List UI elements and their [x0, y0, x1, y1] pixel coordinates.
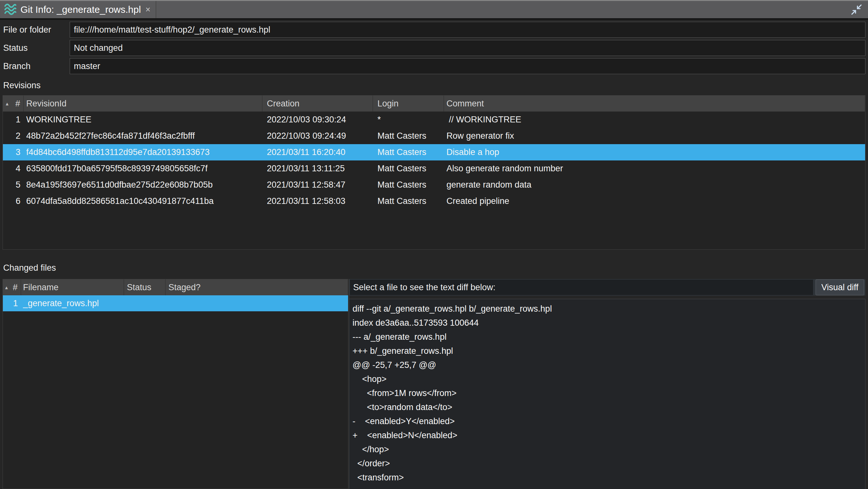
revision-login: Matt Casters [373, 193, 444, 209]
column-header-creation[interactable]: Creation [262, 96, 373, 112]
revision-number: 6 [3, 193, 24, 209]
diff-line: index de3a6aa..5173593 100644 [352, 316, 865, 330]
column-header-label: # [16, 99, 20, 109]
column-header-filename[interactable]: Filename [21, 279, 124, 295]
revision-creation: 2021/03/11 16:20:40 [262, 144, 373, 160]
collapse-arrows-icon [851, 4, 862, 16]
revisions-table: ▴ # RevisionId Creation Login Comment 1 … [3, 95, 865, 250]
column-header-label: # [13, 282, 18, 293]
revision-id: 635800fdd17b0a65795f58c8939749805658fc7f [24, 160, 262, 177]
form-row: Branch [3, 58, 865, 74]
diff-panel-toolbar: Select a file to see the text diff below… [349, 279, 865, 296]
revision-id: 8e4a195f3697e6511d0dfbae275d22e608b7b05b [24, 177, 262, 193]
diff-line: diff --git a/_generate_rows.hpl b/_gener… [352, 302, 865, 316]
sort-ascending-icon: ▴ [5, 284, 8, 291]
bottom-split: ▴ # Filename Status Staged? 1 _generate_… [3, 279, 865, 489]
diff-line: <transform> [352, 470, 865, 485]
diff-panel: Select a file to see the text diff below… [349, 279, 865, 489]
tab-git-info[interactable]: Git Info: _generate_rows.hpl × [1, 1, 156, 18]
diff-line: @@ -25,7 +25,7 @@ [352, 358, 865, 372]
tab-bar: Git Info: _generate_rows.hpl × [0, 0, 868, 20]
file-number: 1 [3, 295, 21, 311]
diff-line: <from>1M rows</from> [352, 386, 865, 400]
revision-number: 3 [3, 144, 24, 160]
diff-prompt-label: Select a file to see the text diff below… [350, 280, 813, 295]
revision-comment: Disable a hop [444, 144, 865, 160]
revision-id: 48b72a2b452f27fec86c4fa871df46f3ac2fbfff [24, 128, 262, 144]
changed-files-table: ▴ # Filename Status Staged? 1 _generate_… [3, 279, 348, 489]
revision-login: Matt Casters [373, 160, 444, 177]
revision-comment: Created pipeline [444, 193, 865, 209]
revisions-section-label: Revisions [3, 80, 865, 90]
file-status [124, 295, 165, 311]
revision-creation: 2021/03/11 12:58:03 [262, 193, 373, 209]
git-info-waves-icon [4, 3, 17, 16]
diff-line: <hop> [352, 372, 865, 386]
column-header-number[interactable]: ▴ # [3, 279, 21, 295]
field-label: Status [3, 43, 70, 53]
column-header-login[interactable]: Login [373, 96, 444, 112]
revision-number: 5 [3, 177, 24, 193]
column-header-number[interactable]: ▴ # [3, 96, 24, 112]
close-icon[interactable]: × [146, 5, 151, 14]
revision-login: Matt Casters [373, 177, 444, 193]
revision-creation: 2022/10/03 09:30:24 [262, 112, 373, 128]
field-label: File or folder [3, 25, 70, 35]
changed-files-table-header: ▴ # Filename Status Staged? [3, 279, 348, 295]
column-header-status[interactable]: Status [124, 279, 165, 295]
diff-line: </order> [352, 456, 865, 470]
revision-comment: // WORKINGTREE [444, 112, 865, 128]
revision-comment: Also generate random number [444, 160, 865, 177]
diff-line: --- a/_generate_rows.hpl [352, 330, 865, 344]
revision-number: 2 [3, 128, 24, 144]
revision-row[interactable]: 6 6074dfa5a8dd82586581ac10c430491877c411… [3, 193, 865, 209]
revision-creation: 2021/03/11 13:11:25 [262, 160, 373, 177]
form-fields: File or folder Status Branch [3, 22, 865, 77]
revision-id: 6074dfa5a8dd82586581ac10c430491877c411ba [24, 193, 262, 209]
revision-login: Matt Casters [373, 144, 444, 160]
revision-row[interactable]: 4 635800fdd17b0a65795f58c8939749805658fc… [3, 160, 865, 177]
revision-row[interactable]: 2 48b72a2b452f27fec86c4fa871df46f3ac2fbf… [3, 128, 865, 144]
revision-number: 1 [3, 112, 24, 128]
field-input[interactable] [70, 40, 865, 56]
visual-diff-button[interactable]: Visual diff [815, 279, 864, 295]
diff-line: + <enabled>N</enabled> [352, 428, 865, 442]
file-staged [165, 295, 348, 311]
revision-comment: generate random data [444, 177, 865, 193]
revision-creation: 2022/10/03 09:24:49 [262, 128, 373, 144]
git-info-panel: File or folder Status Branch Revisions ▴… [0, 20, 868, 489]
revision-id: WORKINGTREE [24, 112, 262, 128]
collapse-panel-button[interactable] [851, 4, 862, 16]
revision-row[interactable]: 5 8e4a195f3697e6511d0dfbae275d22e608b7b0… [3, 177, 865, 193]
form-row: File or folder [3, 22, 865, 38]
column-header-revisionid[interactable]: RevisionId [24, 96, 262, 112]
diff-line: </hop> [352, 442, 865, 456]
diff-line: <to>random data</to> [352, 400, 865, 414]
changed-files-section-label: Changed files [3, 263, 865, 273]
changed-file-row[interactable]: 1 _generate_rows.hpl [3, 295, 348, 311]
file-name: _generate_rows.hpl [21, 295, 124, 311]
diff-text-area[interactable]: diff --git a/_generate_rows.hpl b/_gener… [349, 299, 865, 489]
revision-row[interactable]: 3 f4d84bc6d498ffdb813112d95e7da201391336… [3, 144, 865, 160]
diff-line: +++ b/_generate_rows.hpl [352, 344, 865, 358]
field-label: Branch [3, 61, 70, 71]
column-header-staged[interactable]: Staged? [165, 279, 348, 295]
tab-title: Git Info: _generate_rows.hpl [21, 4, 141, 15]
field-input[interactable] [70, 58, 865, 74]
revision-login: Matt Casters [373, 128, 444, 144]
sort-ascending-icon: ▴ [6, 100, 9, 107]
revisions-table-header: ▴ # RevisionId Creation Login Comment [3, 96, 865, 112]
column-header-comment[interactable]: Comment [444, 96, 865, 112]
revision-comment: Row generator fix [444, 128, 865, 144]
diff-line: - <enabled>Y</enabled> [352, 414, 865, 428]
revision-login: * [373, 112, 444, 128]
field-input[interactable] [70, 22, 865, 38]
form-row: Status [3, 40, 865, 56]
changed-files-table-body: 1 _generate_rows.hpl [3, 295, 348, 311]
revision-creation: 2021/03/11 12:58:47 [262, 177, 373, 193]
revisions-table-body: 1 WORKINGTREE 2022/10/03 09:30:24 * // W… [3, 112, 865, 209]
revision-id: f4d84bc6d498ffdb813112d95e7da20139133673 [24, 144, 262, 160]
revision-number: 4 [3, 160, 24, 177]
revision-row[interactable]: 1 WORKINGTREE 2022/10/03 09:30:24 * // W… [3, 112, 865, 128]
